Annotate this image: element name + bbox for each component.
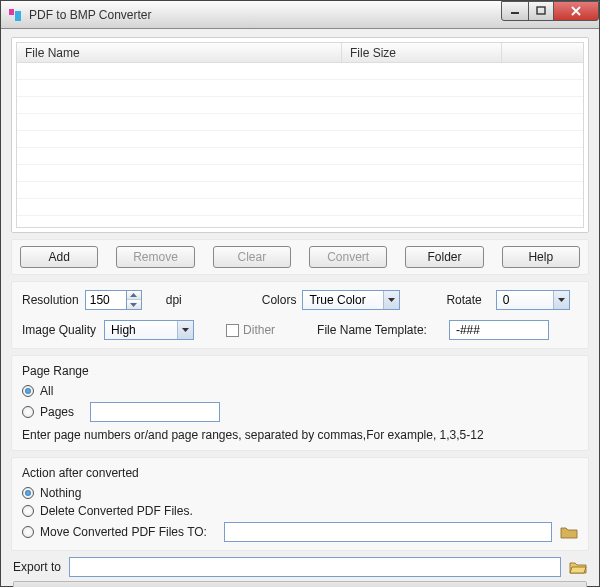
resolution-label: Resolution xyxy=(22,293,79,307)
action-delete-label: Delete Converted PDF Files. xyxy=(40,504,193,518)
radio-icon xyxy=(22,505,34,517)
image-quality-value: High xyxy=(105,323,177,337)
settings-panel: Resolution dpi Colors True Color Rotate xyxy=(11,281,589,349)
chevron-down-icon xyxy=(553,291,569,309)
table-row xyxy=(17,165,583,182)
svg-rect-1 xyxy=(537,7,545,14)
action-move-label: Move Converted PDF Files TO: xyxy=(40,525,220,539)
file-list[interactable]: File Name File Size xyxy=(16,42,584,228)
remove-button[interactable]: Remove xyxy=(116,246,194,268)
client-area: File Name File Size Add xyxy=(1,29,599,586)
export-row: Export to xyxy=(11,557,589,581)
resolution-input[interactable] xyxy=(85,290,127,310)
page-range-hint: Enter page numbers or/and page ranges, s… xyxy=(22,428,578,442)
app-icon xyxy=(7,7,23,23)
progress-bar xyxy=(13,581,587,587)
browse-export-folder-button[interactable] xyxy=(569,559,587,575)
page-range-all-radio[interactable]: All xyxy=(22,384,578,398)
rotate-label: Rotate xyxy=(446,293,481,307)
button-row: Add Remove Clear Convert Folder Help xyxy=(11,239,589,275)
radio-icon xyxy=(22,526,34,538)
settings-row-1: Resolution dpi Colors True Color Rotate xyxy=(22,290,578,310)
window-buttons xyxy=(502,1,599,21)
export-path-input[interactable] xyxy=(69,557,561,577)
convert-button[interactable]: Convert xyxy=(309,246,387,268)
table-row xyxy=(17,114,583,131)
column-filename[interactable]: File Name xyxy=(17,43,342,62)
table-row xyxy=(17,80,583,97)
page-range-pages-input[interactable] xyxy=(90,402,220,422)
resolution-spinner xyxy=(85,290,142,310)
file-list-panel: File Name File Size xyxy=(11,37,589,233)
image-quality-select[interactable]: High xyxy=(104,320,194,340)
folder-button[interactable]: Folder xyxy=(405,246,483,268)
resolution-up[interactable] xyxy=(127,291,141,300)
colors-value: True Color xyxy=(303,293,383,307)
chevron-down-icon xyxy=(383,291,399,309)
table-row xyxy=(17,131,583,148)
rotate-select[interactable]: 0 xyxy=(496,290,570,310)
filename-template-input[interactable] xyxy=(449,320,549,340)
page-range-pages-label: Pages xyxy=(40,405,90,419)
action-group-label: Action after converted xyxy=(22,466,578,480)
add-button[interactable]: Add xyxy=(20,246,98,268)
radio-icon xyxy=(22,385,34,397)
maximize-button[interactable] xyxy=(528,1,554,21)
export-label: Export to xyxy=(13,560,61,574)
close-button[interactable] xyxy=(553,1,599,21)
page-range-all-label: All xyxy=(40,384,53,398)
table-row xyxy=(17,97,583,114)
column-filesize[interactable]: File Size xyxy=(342,43,502,62)
titlebar[interactable]: PDF to BMP Converter xyxy=(1,1,599,29)
resolution-down[interactable] xyxy=(127,300,141,309)
filename-template-label: File Name Template: xyxy=(317,323,427,337)
action-delete-radio[interactable]: Delete Converted PDF Files. xyxy=(22,504,578,518)
action-nothing-radio[interactable]: Nothing xyxy=(22,486,578,500)
page-range-panel: Page Range All Pages Enter page numbers … xyxy=(11,355,589,451)
table-row xyxy=(17,63,583,80)
file-list-header: File Name File Size xyxy=(17,43,583,63)
column-spacer xyxy=(502,43,583,62)
table-row xyxy=(17,199,583,216)
window-title: PDF to BMP Converter xyxy=(29,8,502,22)
file-list-rows xyxy=(17,63,583,227)
rotate-value: 0 xyxy=(497,293,553,307)
colors-select[interactable]: True Color xyxy=(302,290,400,310)
settings-row-2: Image Quality High Dither File Name Temp… xyxy=(22,320,578,340)
radio-icon xyxy=(22,406,34,418)
app-window: PDF to BMP Converter File Name File Size xyxy=(0,0,600,587)
minimize-button[interactable] xyxy=(501,1,529,21)
colors-label: Colors xyxy=(262,293,297,307)
dpi-label: dpi xyxy=(166,293,182,307)
help-button[interactable]: Help xyxy=(502,246,580,268)
browse-move-folder-button[interactable] xyxy=(560,524,578,540)
page-range-pages-radio[interactable]: Pages xyxy=(22,402,578,422)
svg-rect-0 xyxy=(511,12,519,14)
radio-icon xyxy=(22,487,34,499)
action-move-path-input[interactable] xyxy=(224,522,552,542)
action-panel: Action after converted Nothing Delete Co… xyxy=(11,457,589,551)
page-range-group-label: Page Range xyxy=(22,364,578,378)
action-move-radio[interactable]: Move Converted PDF Files TO: xyxy=(22,522,578,542)
image-quality-label: Image Quality xyxy=(22,323,96,337)
dither-checkbox[interactable] xyxy=(226,324,239,337)
table-row xyxy=(17,182,583,199)
dither-label: Dither xyxy=(243,323,275,337)
table-row xyxy=(17,148,583,165)
chevron-down-icon xyxy=(177,321,193,339)
action-nothing-label: Nothing xyxy=(40,486,81,500)
clear-button[interactable]: Clear xyxy=(213,246,291,268)
